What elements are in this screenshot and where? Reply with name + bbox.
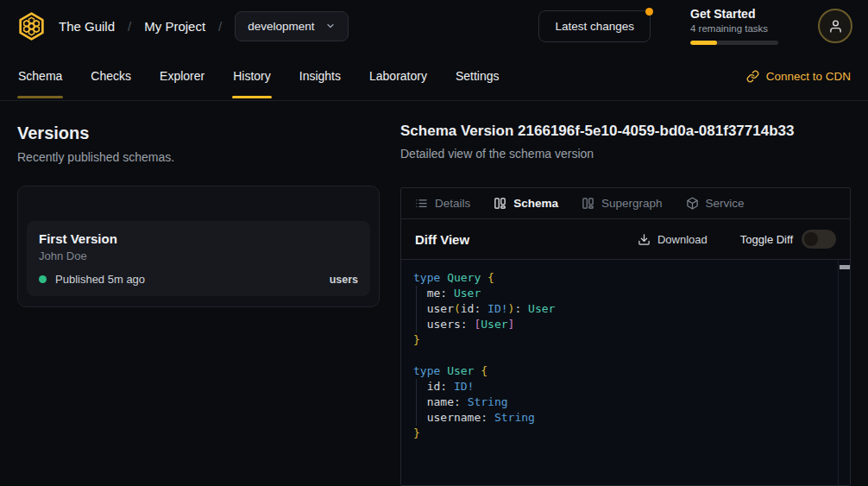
version-name: First Version bbox=[39, 231, 358, 247]
list-icon bbox=[415, 197, 428, 210]
diff-view-title: Diff View bbox=[415, 232, 469, 247]
app-header: The Guild / My Project / development Lat… bbox=[0, 0, 868, 52]
version-author: John Doe bbox=[39, 249, 358, 262]
breadcrumb-org[interactable]: The Guild bbox=[59, 19, 115, 34]
code-line: id: ID! bbox=[413, 379, 829, 394]
detail-tab-label: Supergraph bbox=[601, 197, 663, 210]
code-line: } bbox=[413, 426, 829, 441]
tab-schema[interactable]: Schema bbox=[17, 52, 63, 100]
detail-tab-schema[interactable]: Schema bbox=[494, 197, 558, 210]
code-line: type Query { bbox=[413, 270, 829, 286]
detail-tab-service[interactable]: Service bbox=[686, 197, 745, 210]
download-button[interactable]: Download bbox=[638, 233, 708, 246]
connect-to-cdn-link[interactable]: Connect to CDN bbox=[746, 52, 851, 100]
versions-subtitle: Recently published schemas. bbox=[17, 150, 380, 165]
code-line: users: [User] bbox=[413, 317, 829, 332]
indent-guide bbox=[416, 379, 417, 426]
code-line bbox=[413, 348, 829, 363]
latest-changes-button[interactable]: Latest changes bbox=[538, 10, 651, 42]
cube-icon bbox=[686, 197, 699, 210]
code-line: type User { bbox=[413, 363, 829, 379]
latest-changes-label: Latest changes bbox=[555, 20, 634, 33]
versions-list-card: First Version John Doe Published 5m ago … bbox=[17, 186, 380, 307]
connect-to-cdn-label: Connect to CDN bbox=[766, 70, 851, 83]
version-detail-title: Schema Version 2166196f-5e10-4059-bd0a-0… bbox=[400, 122, 851, 141]
nav-tabs: Schema Checks Explorer History Insights … bbox=[17, 52, 500, 100]
version-service-badge: users bbox=[330, 274, 358, 286]
download-label: Download bbox=[657, 233, 708, 246]
versions-panel: Versions Recently published schemas. Fir… bbox=[17, 122, 380, 486]
switch-knob bbox=[804, 232, 818, 246]
code-line: user(id: ID!): User bbox=[413, 301, 829, 317]
detail-tab-label: Details bbox=[435, 197, 470, 210]
detail-tab-details[interactable]: Details bbox=[415, 197, 470, 210]
code-line: name: String bbox=[413, 394, 829, 410]
tab-insights[interactable]: Insights bbox=[299, 52, 342, 100]
version-status: Published 5m ago bbox=[55, 273, 145, 286]
detail-tab-label: Service bbox=[706, 197, 745, 210]
get-started-subtitle: 4 remaining tasks bbox=[690, 23, 778, 34]
schema-view-panel: Details Schema Supergraph bbox=[400, 187, 851, 486]
detail-tabs: Details Schema Supergraph bbox=[401, 188, 850, 219]
code-scrollbar-thumb[interactable] bbox=[840, 265, 850, 269]
get-started-progress-fill bbox=[690, 41, 717, 45]
tab-explorer[interactable]: Explorer bbox=[159, 52, 205, 100]
toggle-diff-switch[interactable] bbox=[802, 230, 836, 249]
tab-laboratory[interactable]: Laboratory bbox=[368, 52, 428, 100]
columns-icon bbox=[494, 197, 506, 210]
breadcrumb-separator: / bbox=[128, 19, 131, 34]
detail-tab-label: Schema bbox=[513, 197, 558, 210]
user-menu-button[interactable] bbox=[818, 9, 852, 43]
code-line: username: String bbox=[413, 410, 829, 426]
download-icon bbox=[638, 233, 651, 246]
published-status-dot-icon bbox=[39, 275, 47, 283]
version-list-item[interactable]: First Version John Doe Published 5m ago … bbox=[27, 221, 370, 296]
version-detail-subtitle: Detailed view of the schema version bbox=[400, 147, 851, 161]
hive-logo-icon[interactable] bbox=[16, 10, 47, 42]
tab-history[interactable]: History bbox=[232, 52, 272, 100]
toggle-diff-label: Toggle Diff bbox=[740, 233, 793, 246]
tab-settings[interactable]: Settings bbox=[455, 52, 500, 100]
header-actions: Latest changes Get Started 4 remaining t… bbox=[538, 7, 852, 45]
columns-icon bbox=[582, 197, 594, 210]
version-detail-panel: Schema Version 2166196f-5e10-4059-bd0a-0… bbox=[400, 122, 851, 486]
user-icon bbox=[828, 19, 843, 34]
diff-header: Diff View Download Toggle Diff bbox=[401, 219, 850, 260]
target-nav: Schema Checks Explorer History Insights … bbox=[0, 52, 868, 101]
main-content: Versions Recently published schemas. Fir… bbox=[0, 101, 868, 486]
target-select[interactable]: development bbox=[235, 11, 348, 41]
schema-code-viewer: type Query { me: User user(id: ID!): Use… bbox=[401, 260, 850, 485]
chevron-down-icon bbox=[325, 21, 336, 31]
tab-checks[interactable]: Checks bbox=[90, 52, 132, 100]
version-status-row: Published 5m ago users bbox=[39, 273, 358, 286]
versions-title: Versions bbox=[17, 122, 380, 144]
notification-dot bbox=[645, 8, 653, 16]
indent-guide bbox=[416, 286, 417, 332]
get-started-title: Get Started bbox=[690, 7, 778, 21]
code-scrollbar[interactable] bbox=[838, 260, 850, 485]
breadcrumb-separator: / bbox=[218, 19, 222, 34]
code-line: me: User bbox=[413, 286, 829, 301]
diff-actions: Download Toggle Diff bbox=[638, 230, 836, 249]
target-select-value: development bbox=[248, 20, 314, 33]
breadcrumb: The Guild / My Project / development bbox=[59, 11, 349, 41]
breadcrumb-project[interactable]: My Project bbox=[144, 19, 205, 34]
detail-tab-supergraph[interactable]: Supergraph bbox=[582, 197, 663, 210]
get-started-progressbar bbox=[690, 41, 778, 45]
link-icon bbox=[746, 70, 759, 83]
code-line: } bbox=[413, 332, 829, 348]
get-started-widget[interactable]: Get Started 4 remaining tasks bbox=[690, 7, 778, 45]
graphql-sdl-code: type Query { me: User user(id: ID!): Use… bbox=[401, 260, 850, 451]
